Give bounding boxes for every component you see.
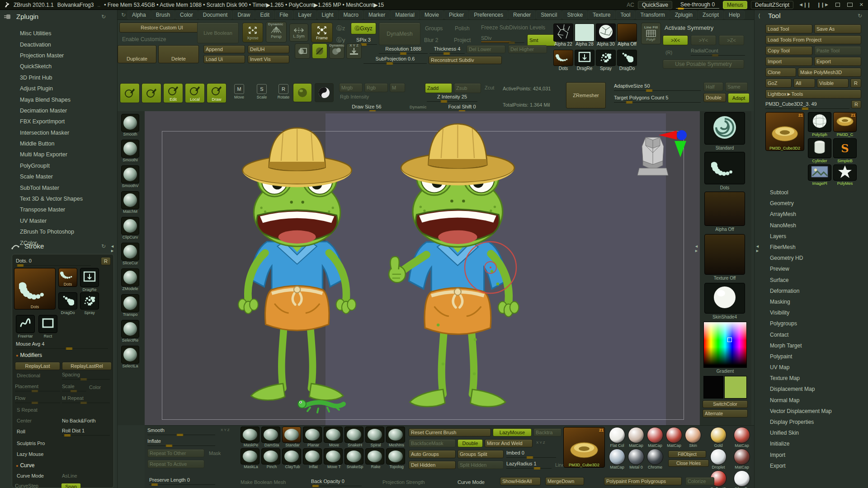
- tool-section[interactable]: Unified Skin: [755, 427, 868, 438]
- double-button[interactable]: Double: [703, 93, 726, 102]
- quick-brush-item[interactable]: Rake: [365, 448, 386, 469]
- material-item[interactable]: MatCap: [646, 427, 665, 448]
- invert-vis-button[interactable]: Invert Vis: [248, 55, 289, 63]
- del-lower-button[interactable]: Del Lower: [467, 45, 505, 53]
- load-tool-button[interactable]: Load Tool: [765, 24, 812, 33]
- tool-section[interactable]: NanoMesh: [755, 220, 868, 231]
- m-button[interactable]: M: [390, 83, 405, 92]
- repeat-to-active-button[interactable]: Repeat To Active: [147, 460, 204, 468]
- material-item[interactable]: SilverFo: [732, 470, 751, 488]
- dynamic-persp-button[interactable]: DynamicPersp: [266, 22, 287, 42]
- copy-tool-button[interactable]: Copy Tool: [765, 46, 812, 55]
- lsym-button[interactable]: L.Sym: [289, 23, 308, 42]
- tool-section[interactable]: Normal Map: [755, 395, 868, 406]
- tool-refresh-icon[interactable]: ↻: [858, 13, 862, 19]
- load-tools-from-project-button[interactable]: Load Tools From Project: [765, 35, 861, 44]
- shelf-stroke-spray[interactable]: Spray: [596, 50, 616, 71]
- color-button[interactable]: Color: [89, 385, 101, 390]
- groups-button[interactable]: Groups: [425, 25, 443, 32]
- zplugin-item[interactable]: SubTool Master: [0, 182, 118, 193]
- replaylast-button[interactable]: ReplayLast: [15, 362, 60, 370]
- projection-strength-slider[interactable]: Projection Strength: [382, 479, 425, 485]
- menu-item[interactable]: Material: [391, 10, 419, 19]
- mode-button-draw[interactable]: Draw: [207, 83, 226, 103]
- ghost-button[interactable]: [312, 43, 327, 59]
- tool-section[interactable]: UV Map: [755, 362, 868, 373]
- zplugin-item[interactable]: Text 3D & Vector Shapes: [0, 193, 118, 204]
- zplugin-item[interactable]: Intersection Masker: [0, 127, 118, 138]
- use-posable-symmetry-button[interactable]: Use Posable Symmetry: [663, 60, 744, 69]
- smooth-slider[interactable]: Smooth: [147, 427, 215, 436]
- save-as-button[interactable]: Save As: [814, 24, 861, 33]
- shelf-stroke-dragdot[interactable]: DragDo: [617, 50, 637, 71]
- inflate-slider[interactable]: Inflate: [147, 438, 215, 446]
- tool-section[interactable]: Geometry: [755, 198, 868, 209]
- rgb-button[interactable]: Rgb: [364, 83, 388, 92]
- adapt-button[interactable]: Adapt: [728, 93, 750, 103]
- m-repeat-slider[interactable]: M Repeat: [62, 395, 110, 404]
- deluh-button[interactable]: DelUH: [248, 45, 289, 53]
- current-stroke-thumb[interactable]: [704, 152, 745, 184]
- tool-section[interactable]: Export: [755, 460, 868, 471]
- menu-item[interactable]: Draw: [233, 10, 255, 19]
- stroke-thumb-dots[interactable]: Dots: [58, 268, 77, 287]
- goz-all-button[interactable]: All: [793, 79, 815, 88]
- show-hide-all-button[interactable]: Show/HideAll: [500, 477, 541, 485]
- append-button[interactable]: Append: [203, 45, 245, 53]
- canvas-right-divider-arrows[interactable]: ◄►: [694, 244, 698, 253]
- left-brush-item[interactable]: ZModele: [118, 268, 143, 291]
- split-hidden-button[interactable]: Split Hidden: [458, 461, 504, 469]
- restore-custom-ui-button[interactable]: Restore Custom UI: [119, 23, 204, 33]
- zplugin-item[interactable]: QuickSketch: [0, 61, 118, 72]
- curve-section[interactable]: ●Curve: [16, 462, 34, 469]
- quick-brush-item[interactable]: Planar: [303, 427, 324, 447]
- zplugin-item[interactable]: Maya Blend Shapes: [0, 94, 118, 105]
- smt-button[interactable]: Smt: [527, 34, 556, 46]
- brush-thumb[interactable]: [121, 114, 139, 132]
- tool-section[interactable]: Contact: [755, 329, 868, 340]
- zplugin-item[interactable]: UV Master: [0, 216, 118, 226]
- tool-section[interactable]: Display Properties: [755, 417, 868, 427]
- same-button[interactable]: Same: [725, 82, 748, 91]
- tool-section[interactable]: ArrayMesh: [755, 209, 868, 220]
- rotate-icon[interactable]: R: [278, 84, 288, 94]
- mirror-and-weld-button[interactable]: Mirror And Weld: [485, 439, 533, 447]
- del-hidden-button[interactable]: Del Hidden: [409, 461, 456, 469]
- brush-thumb[interactable]: [121, 268, 139, 286]
- radial-count-slider[interactable]: RadialCount: [691, 48, 745, 56]
- curve-step-slider[interactable]: CurveStep: [15, 483, 58, 488]
- curve-mode-bottom-button[interactable]: Curve Mode: [458, 479, 485, 485]
- recent-tool-imageplane[interactable]: [808, 164, 831, 181]
- brush-thumb[interactable]: [121, 217, 139, 235]
- quicksave-button[interactable]: QuickSave: [638, 1, 672, 9]
- no-backforth-button[interactable]: No Back&Forth: [62, 418, 96, 423]
- scale-icon[interactable]: S: [257, 84, 267, 94]
- imbed-slider[interactable]: Imbed 0: [506, 450, 556, 458]
- sdiv-slider[interactable]: SDiv: [481, 35, 524, 43]
- tool-section[interactable]: Layers: [755, 231, 868, 242]
- material-item[interactable]: Metal 0: [627, 449, 646, 469]
- material-item[interactable]: Gold: [709, 427, 728, 448]
- stroke-thumb-rect[interactable]: [38, 315, 57, 333]
- alpha-thumb-30[interactable]: Alpha 30: [596, 23, 616, 47]
- left-brush-item[interactable]: SliceCur: [118, 243, 143, 265]
- alpha-off-slot[interactable]: [704, 192, 745, 226]
- material-item[interactable]: Skin: [684, 427, 703, 448]
- curve-mode-button[interactable]: Curve Mode: [17, 473, 44, 479]
- project-button[interactable]: Project: [454, 37, 471, 43]
- stroke-thumb-dragdot[interactable]: [58, 292, 77, 310]
- restore-window-icon[interactable]: [847, 3, 853, 7]
- tool-section[interactable]: Surface: [755, 275, 868, 286]
- bottom-tool-thumb[interactable]: 21 PM3D_Cube3D2: [563, 427, 605, 468]
- menu-item[interactable]: Document: [198, 10, 232, 19]
- subprojection-slider[interactable]: SubProjection 0.6: [363, 56, 427, 64]
- material-item[interactable]: MatCap: [665, 427, 684, 448]
- mode-button-macro-2[interactable]: [142, 83, 161, 103]
- zplugin-item[interactable]: PolyGroupIt: [0, 160, 118, 171]
- placement-slider[interactable]: Placement: [15, 384, 60, 392]
- directional-button[interactable]: Directional: [17, 373, 40, 378]
- brush-thumb[interactable]: [121, 346, 139, 364]
- left-tray-divider-arrows[interactable]: ◄►: [110, 244, 114, 253]
- goz-button[interactable]: GoZ: [765, 79, 792, 88]
- menu-item[interactable]: Color: [175, 10, 198, 19]
